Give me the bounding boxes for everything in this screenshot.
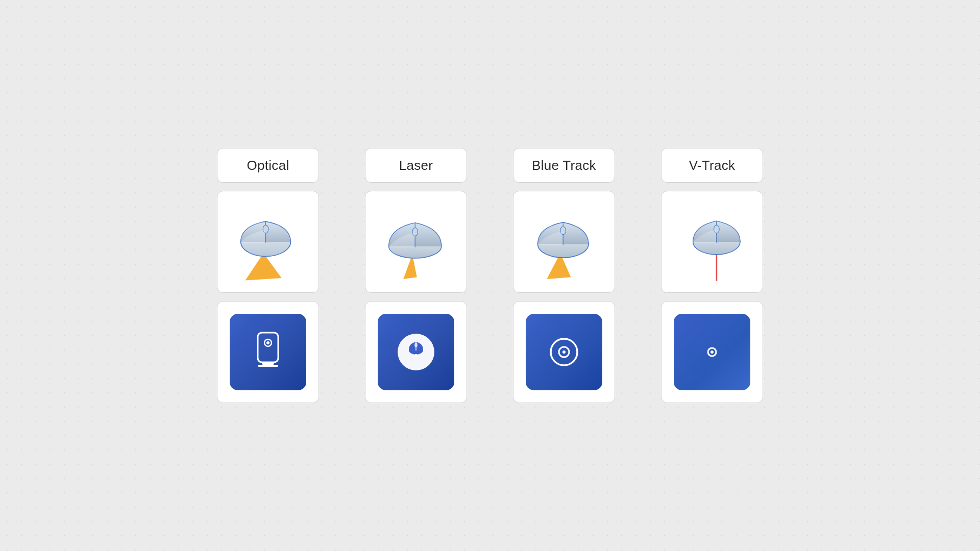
svg-rect-20	[258, 365, 278, 367]
svg-point-24	[414, 343, 418, 347]
sensor-vtrack	[661, 301, 763, 403]
sensor-box-vtrack	[674, 314, 750, 390]
mouse-vtrack-svg	[671, 201, 753, 283]
sensor-bluetrack	[513, 301, 615, 403]
sensor-laser	[365, 301, 467, 403]
illustration-optical	[217, 191, 319, 293]
mouse-laser-svg	[375, 201, 457, 283]
title-vtrack: V-Track	[661, 148, 763, 183]
title-bluetrack: Blue Track	[513, 148, 615, 183]
title-laser: Laser	[365, 148, 467, 183]
mouse-bluetrack-svg	[523, 201, 605, 283]
sensor-box-bluetrack	[526, 314, 602, 390]
svg-marker-0	[246, 253, 282, 280]
sensor-optical	[217, 301, 319, 403]
svg-point-18	[266, 341, 270, 344]
sensor-box-optical	[230, 314, 306, 390]
svg-point-30	[710, 350, 714, 354]
main-grid: Optical Laser Blue Track V-Track	[217, 148, 763, 403]
svg-rect-16	[258, 333, 278, 362]
title-optical: Optical	[217, 148, 319, 183]
illustration-vtrack	[661, 191, 763, 293]
illustration-laser	[365, 191, 467, 293]
illustration-bluetrack	[513, 191, 615, 293]
sensor-box-laser	[378, 314, 454, 390]
svg-rect-19	[262, 362, 274, 365]
mouse-optical-svg	[227, 201, 309, 283]
svg-point-25	[414, 354, 418, 357]
svg-point-28	[562, 350, 566, 354]
